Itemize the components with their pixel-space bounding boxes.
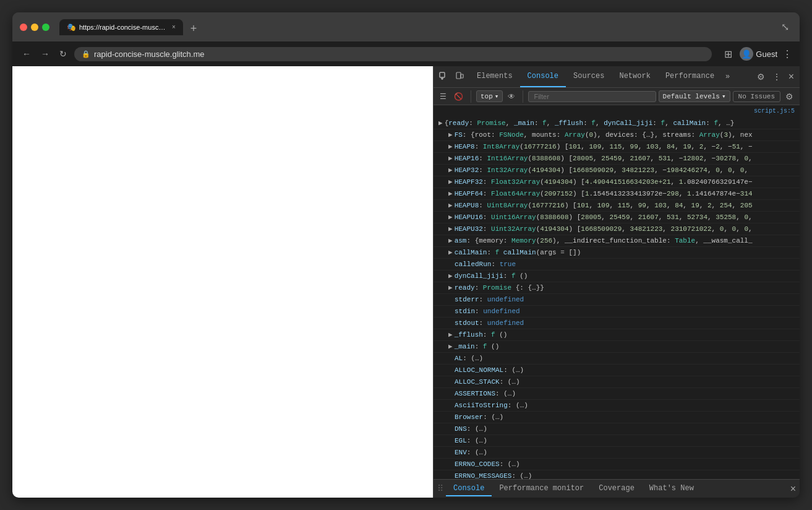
devtools-panel: Elements Console Sources Network Perform… [433,66,800,498]
forward-button[interactable]: → [38,48,52,60]
tab-elements[interactable]: Elements [469,66,520,87]
address-bar: ← → ↻ 🔒 rapid-concise-muscle.glitch.me ⊞… [12,41,800,66]
console-line[interactable]: ASSERTIONS: (…) [434,388,800,400]
tab-network[interactable]: Network [612,66,657,87]
profile-button[interactable]: 👤 Guest [740,47,777,61]
console-line-text: ALLOC_STACK: (…) [455,378,520,386]
console-line-text: asm: {memory: Memory(256), __indirect_fu… [455,237,753,244]
browser-tab-active[interactable]: 🎭 https://rapid-concise-muscle.g... × [59,19,183,35]
clear-console-button[interactable]: 🚫 [451,91,466,102]
console-output[interactable]: script.js:5▶{ready: Promise, _main: f, _… [434,105,800,479]
expand-arrow[interactable]: ▶ [448,165,453,175]
console-line[interactable]: calledRun: true [434,259,800,270]
console-line[interactable]: ▶_fflush: f () [434,329,800,341]
console-line[interactable]: stdin: undefined [434,306,800,318]
console-line[interactable]: ▶HEAPU32: Uint32Array(4194304) [16685090… [434,223,800,235]
tab-console[interactable]: Console [520,66,566,87]
expand-arrow[interactable]: ▶ [448,224,453,234]
inspect-element-button[interactable] [436,69,451,85]
console-line[interactable]: stdout: undefined [434,318,800,329]
context-selector[interactable]: top ▾ [476,90,503,102]
bottom-tab-whats-new[interactable]: What's New [642,482,701,496]
console-line[interactable]: ▶HEAP32: Int32Array(4194304) [1668509029… [434,165,800,176]
log-levels-selector[interactable]: Default levels ▾ [659,90,730,102]
console-line[interactable]: ERRNO_MESSAGES: (…) [434,470,800,479]
devtools-settings-button[interactable]: ⚙ [754,69,768,84]
browser-menu-button[interactable]: ⋮ [782,48,792,60]
console-line-text: HEAPU8: Uint8Array(16777216) [101, 109, … [455,202,753,209]
expand-arrow[interactable]: ▶ [448,271,453,281]
expand-arrow[interactable]: ▶ [448,236,453,246]
window-restore-icon[interactable]: ⤡ [778,19,792,35]
console-line[interactable]: ▶{ready: Promise, _main: f, _fflush: f, … [434,118,800,129]
console-line[interactable]: ALLOC_NORMAL: (…) [434,365,800,376]
bottom-bar: ⠿ Console Performance monitor Coverage W… [434,479,800,498]
expand-arrow[interactable]: ▶ [448,153,453,163]
console-line[interactable]: ▶HEAP16: Int16Array(8388608) [28005, 254… [434,153,800,165]
console-settings-button[interactable]: ⚙ [783,90,796,103]
back-button[interactable]: ← [20,48,33,60]
new-tab-button[interactable]: + [186,22,202,35]
expand-arrow[interactable]: ▶ [448,177,453,187]
expand-arrow[interactable]: ▶ [448,189,453,199]
console-line[interactable]: stderr: undefined [434,294,800,306]
expand-arrow[interactable]: ▶ [448,342,453,352]
address-container[interactable]: 🔒 rapid-concise-muscle.glitch.me [74,47,712,61]
expand-arrow[interactable]: ▶ [448,212,453,222]
console-line[interactable]: ▶HEAP8: Int8Array(16777216) [101, 109, 1… [434,141,800,153]
console-line[interactable]: ▶FS: {root: FSNode, mounts: Array(0), de… [434,129,800,141]
devtools-more-button[interactable]: ⋮ [769,69,784,84]
expand-arrow[interactable]: ▶ [448,248,453,257]
console-line[interactable]: ▶callMain: f callMain(args = []) [434,247,800,259]
console-line[interactable]: ENV: (…) [434,447,800,459]
console-line[interactable]: ▶ready: Promise {: {…}} [434,282,800,294]
console-line-text: AL: (…) [455,355,483,362]
device-toolbar-button[interactable] [452,69,467,85]
console-line[interactable]: Browser: (…) [434,412,800,423]
tab-close-icon[interactable]: × [172,24,176,30]
console-line[interactable]: ▶HEAPU8: Uint8Array(16777216) [101, 109,… [434,200,800,212]
address-text: rapid-concise-muscle.glitch.me [94,50,704,59]
console-line[interactable]: DNS: (…) [434,423,800,435]
console-line[interactable]: AsciiToString: (…) [434,400,800,412]
expand-arrow[interactable]: ▶ [448,130,453,140]
expand-arrow[interactable]: ▶ [448,201,453,210]
console-line[interactable]: ▶asm: {memory: Memory(256), __indirect_f… [434,235,800,247]
maximize-button[interactable] [42,24,49,31]
extensions-button[interactable]: ⊞ [722,47,735,61]
eye-icon-button[interactable]: 👁 [505,91,518,102]
console-line[interactable]: ▶HEAPF32: Float32Array(4194304) [4.49044… [434,176,800,188]
bottom-tab-performance-monitor[interactable]: Performance monitor [492,482,591,496]
tab-sources[interactable]: Sources [566,66,612,87]
console-line[interactable]: ALLOC_STACK: (…) [434,376,800,388]
console-line[interactable]: ERRNO_CODES: (…) [434,459,800,470]
expand-arrow[interactable]: ▶ [448,330,453,340]
tab-performance[interactable]: Performance [658,66,722,87]
expand-arrow[interactable]: ▶ [448,283,453,293]
svg-rect-0 [440,72,445,77]
console-line-text: HEAPF32: Float32Array(4194304) [4.490441… [455,178,753,186]
levels-dropdown-icon: ▾ [722,92,726,100]
bottom-tab-console[interactable]: Console [446,482,492,496]
devtools-close-button[interactable]: × [785,69,797,85]
console-line[interactable]: ▶HEAPF64: Float64Array(2097152) [1.15454… [434,188,800,200]
close-button[interactable] [20,24,27,31]
svg-rect-4 [461,74,463,78]
expand-arrow[interactable]: ▶ [448,142,453,152]
console-line[interactable]: ▶HEAPU16: Uint16Array(8388608) [28005, 2… [434,212,800,223]
console-line[interactable]: ▶dynCall_jiji: f () [434,270,800,282]
more-tabs-button[interactable]: » [722,66,733,87]
minimize-button[interactable] [31,24,38,31]
drag-handle[interactable]: ⠿ [437,483,443,494]
console-sidebar-toggle[interactable]: ☰ [437,91,449,102]
console-line-text: stdin: undefined [455,308,520,315]
bottom-bar-close-button[interactable]: × [790,483,796,495]
devtools-actions: ⚙ ⋮ × [751,69,800,85]
expand-arrow[interactable]: ▶ [438,118,443,128]
console-line[interactable]: ▶_main: f () [434,341,800,353]
bottom-tab-coverage[interactable]: Coverage [591,482,642,496]
reload-button[interactable]: ↻ [57,48,69,60]
console-line[interactable]: AL: (…) [434,353,800,365]
console-line[interactable]: EGL: (…) [434,435,800,447]
console-filter-input[interactable] [528,91,656,102]
